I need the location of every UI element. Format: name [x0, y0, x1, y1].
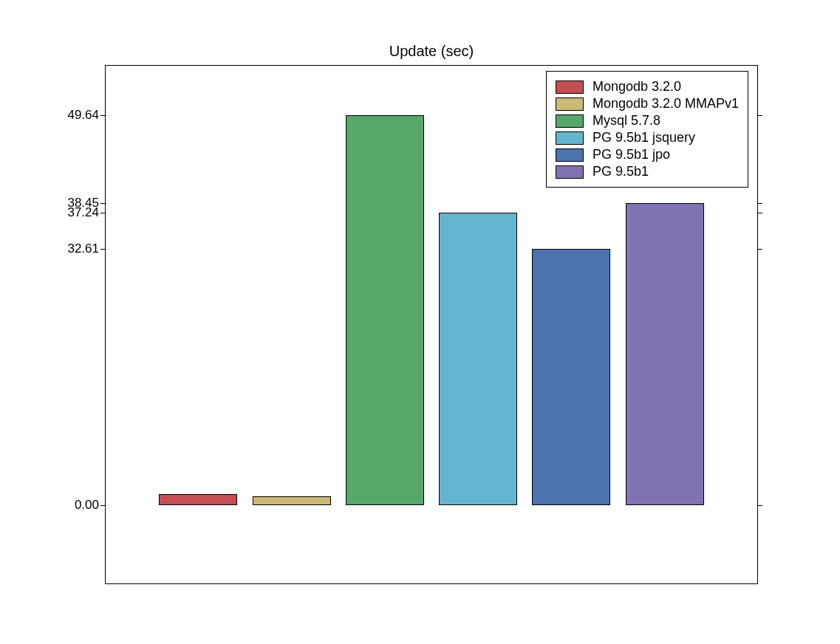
- bar: [626, 203, 704, 506]
- legend-swatch: [556, 80, 584, 94]
- ytick-label: 49.64: [25, 108, 99, 123]
- legend-item: Mongodb 3.2.0: [556, 79, 739, 95]
- ytick-mark: [758, 505, 762, 506]
- ytick-mark: [100, 203, 105, 204]
- legend-item: Mongodb 3.2.0 MMAPv1: [556, 96, 739, 112]
- legend-label: PG 9.5b1 jpo: [593, 147, 670, 162]
- legend-label: Mysql 5.7.8: [593, 113, 660, 129]
- bar: [532, 249, 610, 505]
- legend-label: Mongodb 3.2.0 MMAPv1: [593, 96, 739, 112]
- ytick-mark: [758, 249, 762, 250]
- legend-swatch: [556, 131, 584, 145]
- ytick-mark: [758, 213, 762, 213]
- legend: Mongodb 3.2.0Mongodb 3.2.0 MMAPv1Mysql 5…: [546, 71, 748, 188]
- legend-swatch: [556, 97, 584, 111]
- bar: [346, 115, 424, 506]
- legend-item: PG 9.5b1: [556, 164, 739, 179]
- legend-label: PG 9.5b1: [593, 164, 649, 179]
- bar: [159, 494, 237, 506]
- ytick-label: 0.00: [25, 498, 99, 513]
- bar: [439, 213, 517, 506]
- legend-item: PG 9.5b1 jpo: [556, 147, 739, 162]
- legend-item: PG 9.5b1 jsquery: [556, 130, 739, 145]
- chart-title: Update (sec): [105, 43, 758, 60]
- legend-label: PG 9.5b1 jsquery: [593, 130, 695, 145]
- legend-item: Mysql 5.7.8: [556, 113, 739, 129]
- legend-swatch: [556, 165, 584, 179]
- ytick-mark: [758, 115, 762, 116]
- ytick-mark: [100, 505, 105, 506]
- ytick-mark: [100, 249, 105, 250]
- ytick-mark: [100, 213, 105, 213]
- legend-swatch: [556, 114, 584, 128]
- legend-label: Mongodb 3.2.0: [593, 79, 681, 95]
- ytick-mark: [758, 203, 762, 204]
- ytick-label: 38.45: [25, 196, 99, 210]
- legend-swatch: [556, 148, 584, 162]
- ytick-mark: [100, 115, 105, 116]
- ytick-label: 32.61: [25, 242, 99, 256]
- chart-container: Update (sec) Mongodb 3.2.0Mongodb 3.2.0 …: [0, 0, 840, 644]
- bar: [253, 496, 331, 506]
